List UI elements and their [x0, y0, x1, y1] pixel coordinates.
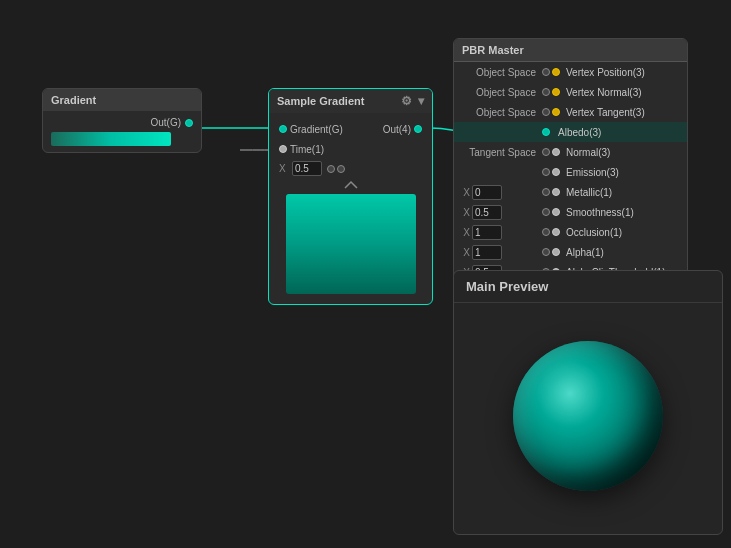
expand-icon[interactable]: ▾ [418, 94, 424, 108]
preview-sphere [513, 341, 663, 491]
alpha-input[interactable] [472, 245, 502, 260]
gradient-in-dot[interactable] [279, 125, 287, 133]
x-left-dot[interactable] [327, 165, 335, 173]
pbr-dot-left-7[interactable] [542, 208, 550, 216]
pbr-dot-left-6[interactable] [542, 188, 550, 196]
sample-time-port-row: Time(1) [273, 139, 428, 159]
pbr-row-vertex-position: Object Space Vertex Position(3) [454, 62, 687, 82]
pbr-dot-right-6[interactable] [552, 188, 560, 196]
pbr-dot-right-4[interactable] [552, 148, 560, 156]
pbr-dot-left-1[interactable] [542, 88, 550, 96]
sample-gradient-header: Sample Gradient ⚙ ▾ [269, 89, 432, 113]
pbr-smoothness-left: X [460, 205, 540, 220]
pbr-dot-right-0[interactable] [552, 68, 560, 76]
pbr-dot-right-8[interactable] [552, 228, 560, 236]
pbr-row-vertex-normal: Object Space Vertex Normal(3) [454, 82, 687, 102]
pbr-master-header: PBR Master [454, 39, 687, 62]
pbr-dot-right-1[interactable] [552, 88, 560, 96]
gear-icon[interactable]: ⚙ [401, 94, 412, 108]
pbr-label-vertex-normal: Vertex Normal(3) [562, 87, 681, 98]
pbr-row-smoothness: X Smoothness(1) [454, 202, 687, 222]
smoothness-input[interactable] [472, 205, 502, 220]
gradient-node-header: Gradient [43, 89, 201, 111]
gradient-out-port: Out(G) [51, 117, 193, 128]
pbr-metallic-left: X [460, 185, 540, 200]
pbr-master-node: PBR Master Object Space Vertex Position(… [453, 38, 688, 283]
main-preview-panel: Main Preview [453, 270, 723, 535]
x-label-smoothness: X [460, 207, 470, 218]
time-in-dot[interactable] [279, 145, 287, 153]
pbr-dot-left-2[interactable] [542, 108, 550, 116]
pbr-label-smoothness: Smoothness(1) [562, 207, 681, 218]
pbr-label-occlusion: Occlusion(1) [562, 227, 681, 238]
pbr-label-metallic: Metallic(1) [562, 187, 681, 198]
x-label-alpha: X [460, 247, 470, 258]
sample-out-label: Out(4) [383, 124, 411, 135]
gradient-out-label: Out(G) [150, 117, 181, 128]
pbr-row-alpha: X Alpha(1) [454, 242, 687, 262]
pbr-row-emission: Emission(3) [454, 162, 687, 182]
pbr-master-title: PBR Master [462, 44, 524, 56]
pbr-label-object-space-3: Object Space [460, 107, 540, 118]
pbr-label-object-space-2: Object Space [460, 87, 540, 98]
pbr-dot-left-4[interactable] [542, 148, 550, 156]
sample-gradient-port-row: Gradient(G) Out(4) [273, 119, 428, 139]
pbr-row-occlusion: X Occlusion(1) [454, 222, 687, 242]
pbr-label-alpha: Alpha(1) [562, 247, 681, 258]
pbr-dot-left-9[interactable] [542, 248, 550, 256]
pbr-label-emission: Emission(3) [562, 167, 681, 178]
gradient-color-bar [51, 132, 171, 146]
pbr-dot-right-7[interactable] [552, 208, 560, 216]
pbr-label-vertex-position: Vertex Position(3) [562, 67, 681, 78]
pbr-label-vertex-tangent: Vertex Tangent(3) [562, 107, 681, 118]
pbr-occlusion-left: X [460, 225, 540, 240]
occlusion-input[interactable] [472, 225, 502, 240]
pbr-alpha-left: X [460, 245, 540, 260]
preview-sphere-container [513, 341, 663, 491]
x-right-dot[interactable] [337, 165, 345, 173]
pbr-row-vertex-tangent: Object Space Vertex Tangent(3) [454, 102, 687, 122]
sample-gradient-in-label: Gradient(G) [290, 124, 343, 135]
chevron-up-icon[interactable] [273, 178, 428, 192]
gradient-out-dot[interactable] [185, 119, 193, 127]
pbr-dot-right-5[interactable] [552, 168, 560, 176]
pbr-row-normal: Tangent Space Normal(3) [454, 142, 687, 162]
x-value-input[interactable] [292, 161, 322, 176]
sample-out-dot[interactable] [414, 125, 422, 133]
gradient-node-title: Gradient [51, 94, 96, 106]
pbr-dot-right-2[interactable] [552, 108, 560, 116]
sample-gradient-title: Sample Gradient [277, 95, 364, 107]
pbr-dot-left-8[interactable] [542, 228, 550, 236]
x-label-occlusion: X [460, 227, 470, 238]
pbr-label-normal: Normal(3) [562, 147, 681, 158]
x-input-row: X [273, 159, 428, 178]
gradient-preview-block [286, 194, 416, 294]
metallic-input[interactable] [472, 185, 502, 200]
pbr-row-metallic: X Metallic(1) [454, 182, 687, 202]
sample-gradient-node: Sample Gradient ⚙ ▾ Gradient(G) Out(4) T… [268, 88, 433, 305]
pbr-label-object-space-1: Object Space [460, 67, 540, 78]
pbr-dot-right-9[interactable] [552, 248, 560, 256]
pbr-dot-albedo-teal[interactable] [542, 128, 550, 136]
sample-time-label: Time(1) [290, 144, 324, 155]
pbr-label-tangent-space: Tangent Space [460, 147, 540, 158]
pbr-dot-left-5[interactable] [542, 168, 550, 176]
pbr-dot-left-0[interactable] [542, 68, 550, 76]
pbr-row-albedo: Albedo(3) [454, 122, 687, 142]
preview-title: Main Preview [454, 271, 722, 303]
x-label-metallic: X [460, 187, 470, 198]
preview-body [454, 303, 722, 528]
pbr-label-albedo: Albedo(3) [552, 127, 681, 138]
gradient-node: Gradient Out(G) [42, 88, 202, 153]
x-label: X [279, 163, 289, 174]
